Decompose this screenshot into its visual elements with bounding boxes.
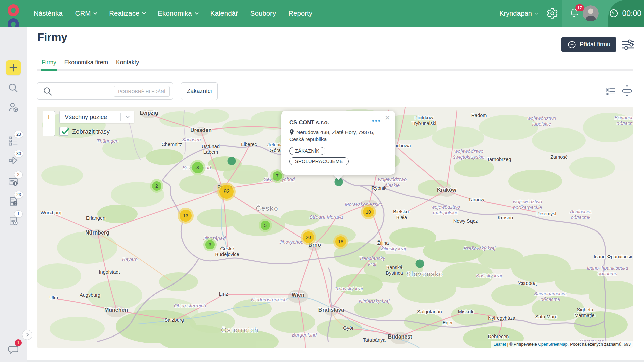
nav-item-label: Nástěnka xyxy=(34,9,63,17)
nav-item-label: Reporty xyxy=(288,9,312,17)
notifications-button[interactable]: 17 xyxy=(568,7,581,19)
map-label: Nyíregyháza xyxy=(488,315,515,321)
list-view-button[interactable] xyxy=(606,87,617,97)
top-navbar: NástěnkaCRMRealizaceEkonomikaKalendářSou… xyxy=(0,0,644,27)
nav-item-realizace[interactable]: Realizace xyxy=(109,9,145,17)
map-label: Linz xyxy=(219,291,228,297)
view-settings-button[interactable] xyxy=(621,38,635,53)
map-cluster[interactable]: 2 xyxy=(150,179,163,193)
sidebar-item-add-contact[interactable] xyxy=(6,100,21,115)
popup-address: Nerudova 438, Zlaté Hory, 79376, Česká r… xyxy=(289,129,387,143)
nav-item-ekonomika[interactable]: Ekonomika xyxy=(158,9,198,17)
tab-kontakty[interactable]: Kontakty xyxy=(116,59,139,69)
map-label: Střední Morava xyxy=(309,214,343,220)
sliders-icon xyxy=(621,38,635,51)
map-label: województwo małopolskie xyxy=(431,204,460,216)
map-marker[interactable] xyxy=(228,157,236,165)
sidebar-item-activities[interactable]: 30 xyxy=(6,153,21,168)
timer-icon xyxy=(608,7,619,19)
map-label: Salgótarján xyxy=(417,309,442,315)
map-cluster-count: 20 xyxy=(303,231,314,243)
map-label: Leipzig xyxy=(140,110,158,116)
map-label: Nowy Sącz xyxy=(453,218,478,224)
search-input[interactable] xyxy=(56,83,120,99)
sidebar-item-tasks[interactable]: 23 xyxy=(6,134,21,148)
map-label: České Budějovice xyxy=(215,246,239,257)
avatar-image xyxy=(583,5,599,21)
map-cluster[interactable]: 20 xyxy=(301,229,316,245)
map-cluster[interactable]: 5 xyxy=(259,219,272,232)
sidebar-item-cards[interactable]: 2 xyxy=(6,174,21,189)
popup-tags: ZÁKAZNÍKSPOLUPRACUJEME xyxy=(289,147,387,165)
nav-item-label: Ekonomika xyxy=(158,9,192,17)
map-marker[interactable] xyxy=(416,260,424,268)
zoom-in-button[interactable]: + xyxy=(43,111,55,123)
map-cluster[interactable]: 10 xyxy=(361,205,376,219)
magnifier-icon xyxy=(8,82,19,94)
chevron-down-icon xyxy=(535,11,538,14)
map-label: Івано-Франківськ xyxy=(594,254,632,260)
attribution-text: | © Přispěvatelé xyxy=(506,342,538,347)
tab-firmy[interactable]: Firmy xyxy=(42,59,56,69)
sidebar-expand-button[interactable] xyxy=(22,330,32,340)
nav-item-reporty[interactable]: Reporty xyxy=(288,9,312,17)
openstreetmap-link[interactable]: OpenStreetMap xyxy=(538,342,567,347)
detailed-search-button[interactable]: PODROBNÉ HLEDÁNÍ xyxy=(114,86,170,97)
map-label: Dresden xyxy=(190,127,212,134)
location-pin-icon xyxy=(289,129,294,135)
plus-circle-icon xyxy=(567,40,576,49)
sidebar-item-documents[interactable]: 23 xyxy=(6,194,21,209)
map-cluster[interactable]: 18 xyxy=(333,234,348,249)
map-label: Bratislava xyxy=(318,307,344,313)
app-logo[interactable] xyxy=(0,0,27,27)
map-label: Košický kraj xyxy=(476,273,502,279)
plus-icon xyxy=(8,63,18,73)
map-label: Chemnitz xyxy=(161,142,182,147)
nav-item-crm[interactable]: CRM xyxy=(75,9,97,17)
map-label: Tatabánya xyxy=(363,337,386,343)
customers-filter-button[interactable]: Zákazníci xyxy=(181,82,218,100)
avatar[interactable] xyxy=(583,5,599,21)
companies-map[interactable]: LeipzigDresdenChemnitzLiberecÚstí nad La… xyxy=(37,107,633,348)
leaflet-link[interactable]: Leaflet xyxy=(493,342,506,347)
close-icon[interactable]: × xyxy=(385,113,390,122)
map-label: Wien xyxy=(292,292,304,298)
show-routes-label: Zobrazit trasy xyxy=(72,128,110,135)
sidebar-item-add[interactable] xyxy=(6,60,21,75)
sidebar-item-search[interactable] xyxy=(6,81,21,95)
user-menu[interactable]: Kryndapan xyxy=(499,0,558,27)
map-label: Tarnobrzeg xyxy=(487,157,511,162)
map-cluster[interactable]: 3 xyxy=(203,238,217,251)
nav-item-nastenka[interactable]: Nástěnka xyxy=(34,9,63,17)
positions-dropdown[interactable]: Všechny pozice xyxy=(59,111,134,123)
nav-item-soubory[interactable]: Soubory xyxy=(250,9,276,17)
tab-underline xyxy=(37,69,633,71)
expand-vertical-icon xyxy=(620,84,634,97)
zoom-out-button[interactable]: − xyxy=(43,123,55,136)
map-label: Волинська область xyxy=(614,115,633,126)
user-name: Kryndapan xyxy=(499,10,532,17)
map-cluster[interactable]: 92 xyxy=(217,183,236,201)
map-label: Закарпатська область xyxy=(534,291,567,302)
search-icon xyxy=(43,86,53,96)
show-routes-checkbox[interactable] xyxy=(59,127,68,136)
notification-badge: 17 xyxy=(575,4,584,11)
time-tracker[interactable]: 00:00 xyxy=(608,0,641,27)
nav-item-label: Soubory xyxy=(250,9,276,17)
map-label: Augsburg xyxy=(80,292,100,298)
map-cluster[interactable]: 8 xyxy=(190,160,205,175)
add-company-button[interactable]: Přidat firmu xyxy=(561,37,616,52)
sidebar-item-planned[interactable]: 1 xyxy=(6,213,21,228)
map-cluster[interactable]: 13 xyxy=(178,208,194,224)
map-label: Győr xyxy=(343,325,353,331)
sidebar-divider xyxy=(0,123,27,123)
nav-item-label: Kalendář xyxy=(210,9,238,17)
nav-item-kalendar[interactable]: Kalendář xyxy=(210,9,238,17)
gear-icon[interactable] xyxy=(546,7,558,19)
sidebar-item-chat[interactable]: 1 xyxy=(6,343,21,357)
popup-more-button[interactable] xyxy=(372,120,380,122)
map-label: Slovensko xyxy=(406,270,443,278)
expand-rows-button[interactable] xyxy=(620,84,634,99)
tab-ekonomika-firem[interactable]: Ekonomika firem xyxy=(64,59,108,69)
map-label: Krosno xyxy=(498,215,513,221)
